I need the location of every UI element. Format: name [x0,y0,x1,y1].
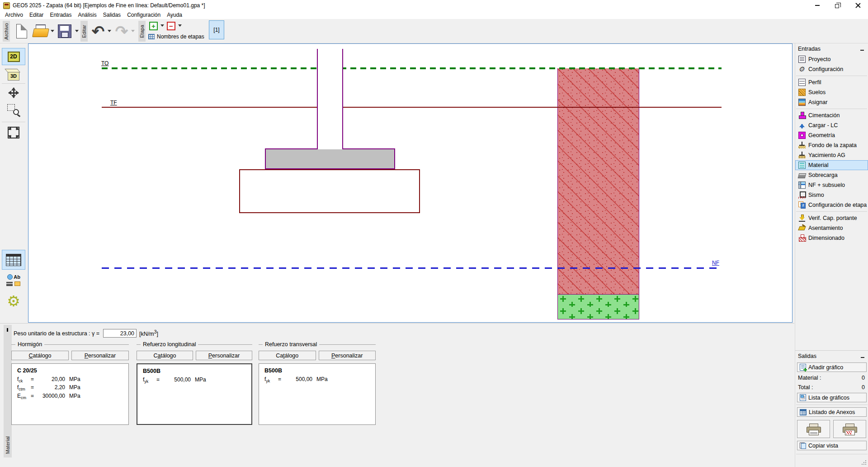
surcharge-icon [798,173,807,178]
drawing-settings-button[interactable]: Ab [2,272,25,290]
long-reinf-custom-button[interactable]: Personalizar [196,351,252,360]
project-icon [798,56,806,63]
open-dropdown-caret[interactable] [51,30,54,34]
minimize-button[interactable] [807,0,827,11]
stage-1-button[interactable]: [1] [209,20,224,39]
restore-button[interactable] [827,0,848,11]
undo-dropdown-caret[interactable] [108,30,111,34]
undo-icon: ↶ [92,24,105,38]
2d-icon: 2D [8,52,20,62]
trans-reinf-custom-button[interactable]: Personalizar [319,351,376,360]
add-stage-button[interactable]: + [149,22,158,30]
long-reinf-group-title: Refuerzo longitudinal [141,341,198,348]
entradas-item-asentamiento[interactable]: Asentamiento [795,223,868,233]
add-graphic-button[interactable]: Añadir gráfico [797,362,867,372]
trans-reinf-catalog-button[interactable]: Catálogo [259,351,316,360]
concrete-catalog-button[interactable]: Catálogo [11,351,69,360]
menu-configuracion[interactable]: Configuración [124,12,164,18]
settings-gear-icon [798,66,806,73]
terrain-label: TO [101,60,108,67]
frame-collapse-handle[interactable] [7,328,8,332]
salidas-minimize-button[interactable] [859,353,866,359]
entradas-item-sismo[interactable]: Sismo [795,190,868,200]
profile-icon [798,79,806,86]
remove-stage-button[interactable]: − [167,22,175,30]
menu-bar: Archivo Editar Entradas Análisis Salidas… [0,11,868,19]
concrete-custom-button[interactable]: Personalizar [71,351,129,360]
load-arrow-icon [798,122,806,129]
add-stage-caret[interactable] [160,24,164,29]
menu-entradas[interactable]: Entradas [47,12,75,18]
copy-view-button[interactable]: Copiar vista [797,441,867,450]
add-graphic-icon [800,364,806,371]
entradas-header: Entradas [795,43,868,54]
view-3d-button[interactable]: 3D [2,67,25,82]
undo-button[interactable]: ↶ [90,22,107,41]
save-floppy-icon [58,24,71,38]
entradas-item-proyecto[interactable]: Proyecto [795,54,868,64]
soil-layer-green [557,294,639,319]
salidas-title: Salidas [798,353,816,359]
entradas-item-cimentacion[interactable]: Cimentación [795,110,868,120]
entradas-item-yacimiento-ag[interactable]: Yacimiento AG [795,150,868,160]
entradas-minimize-button[interactable] [859,46,865,52]
pan-arrows-icon [7,86,20,99]
visualization-settings-button[interactable] [2,291,25,311]
total-count-value: 0 [862,384,865,391]
annex-list-button[interactable]: Listado de Anexos [797,407,867,417]
drawing-canvas[interactable]: TO TF NF [28,43,793,323]
print-button[interactable] [797,420,830,438]
new-file-button[interactable] [14,22,30,41]
menu-ayuda[interactable]: Ayuda [164,12,185,18]
entradas-item-configuracion[interactable]: Configuración [795,64,868,74]
dimensioning-icon [798,234,806,242]
material-icon [798,162,806,169]
stage-names-button[interactable]: Nombres de etapas [148,33,204,40]
print-document-button[interactable] [833,420,866,438]
entradas-item-config-etapa[interactable]: Configuración de etapa [795,200,868,210]
save-button[interactable] [56,22,73,41]
entradas-item-nf-subsuelo[interactable]: NF + subsuelo [795,180,868,190]
zoom-window-button[interactable] [2,102,25,119]
table-view-button[interactable] [2,250,25,270]
unit-weight-input[interactable] [103,329,137,338]
entradas-item-cargar-lc[interactable]: Cargar - LC [795,120,868,130]
fit-view-button[interactable] [2,124,25,141]
entradas-item-sobrecarga[interactable]: Sobrecarga [795,170,868,180]
soils-icon [798,89,806,96]
footing-outline [239,169,420,213]
assign-icon [798,99,806,106]
redo-dropdown-caret[interactable] [131,30,135,34]
save-dropdown-caret[interactable] [75,30,79,34]
entradas-item-asignar[interactable]: Asignar [795,97,868,107]
pan-button[interactable] [2,84,25,101]
entradas-item-verif-portante[interactable]: Verif. Cap. portante [795,213,868,223]
printer-document-icon [843,423,857,435]
concrete-group-title: Hormigón [15,341,44,348]
menu-analisis[interactable]: Análisis [75,12,99,18]
graphics-list-button[interactable]: Lista de gráficos [797,393,867,402]
resize-grip[interactable] [861,459,866,465]
open-file-button[interactable] [32,22,50,41]
view-2d-button[interactable]: 2D [2,48,25,65]
remove-stage-caret[interactable] [178,24,182,29]
menu-editar[interactable]: Editar [26,12,47,18]
close-button[interactable] [848,0,868,11]
water-subsoil-icon [798,181,806,189]
view-sidebar: 2D 3D Ab [0,43,28,323]
unit-weight-unit: [kN/m3] [139,329,158,337]
entradas-item-dimensionado[interactable]: Dimensionado [795,233,868,243]
entradas-item-suelos[interactable]: Suelos [795,87,868,97]
entradas-item-perfil[interactable]: Perfil [795,77,868,87]
entradas-item-fondo-zapata[interactable]: Fondo de la zapata [795,140,868,150]
entradas-item-geometria[interactable]: Geometría [795,130,868,140]
toolbar-group-etapa: Etapa [138,21,146,42]
redo-button[interactable]: ↷ [113,22,130,41]
entradas-title: Entradas [798,46,821,52]
long-reinf-catalog-button[interactable]: Catálogo [137,351,193,360]
frame-tab-strip[interactable]: Material [4,325,12,457]
menu-archivo[interactable]: Archivo [2,12,26,18]
menu-salidas[interactable]: Salidas [100,12,124,18]
entradas-item-material[interactable]: Material [795,160,868,170]
bearing-verify-icon [798,214,806,222]
